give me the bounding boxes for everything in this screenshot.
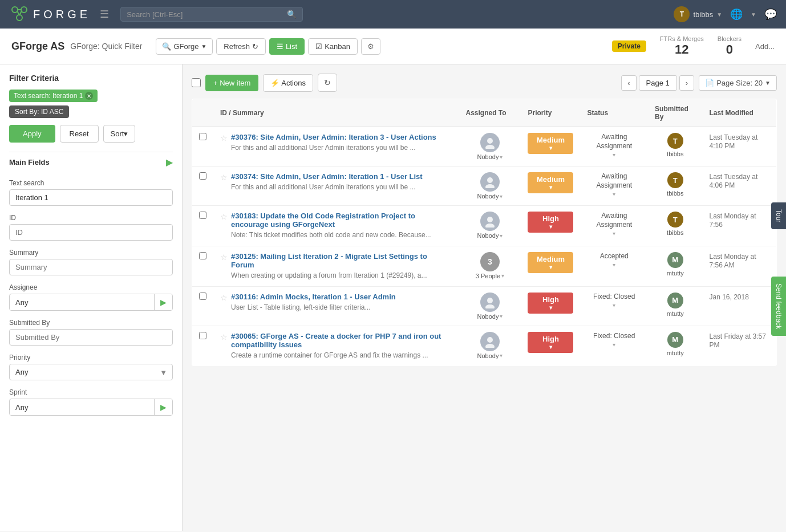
main-fields-section[interactable]: Main Fields ▶: [9, 152, 173, 172]
item-link[interactable]: #30125: Mailing List Iteration 2 - Migra…: [231, 252, 427, 269]
assignee-avatar: [480, 332, 500, 351]
last-modified-cell: Last Monday at 7:56: [703, 206, 777, 246]
priority-badge[interactable]: High ▾: [528, 212, 573, 233]
status-dropdown-icon[interactable]: ▾: [613, 342, 615, 348]
sort-tag[interactable]: Sort By: ID ASC: [9, 105, 69, 118]
sprint-expand-icon[interactable]: ▶: [154, 399, 172, 415]
row-checkbox[interactable]: [199, 212, 206, 219]
item-link[interactable]: #30116: Admin Mocks, Iteration 1 - User …: [231, 293, 396, 301]
item-link[interactable]: #30376: Site Admin, User Admin: Iteratio…: [231, 133, 436, 141]
priority-badge[interactable]: Medium ▾: [528, 172, 573, 193]
search-input[interactable]: [127, 10, 283, 19]
star-icon[interactable]: ☆: [220, 332, 228, 342]
status-cell: Accepted ▾: [580, 246, 648, 286]
star-icon[interactable]: ☆: [220, 212, 228, 221]
star-icon[interactable]: ☆: [220, 253, 228, 262]
send-feedback-button[interactable]: Send feedback: [771, 277, 786, 336]
priority-select[interactable]: Any Low Medium High: [9, 364, 173, 380]
star-icon[interactable]: ☆: [220, 293, 228, 302]
sprint-select[interactable]: Any: [10, 400, 154, 415]
modified-text: Last Friday at 3:57 PM: [710, 332, 766, 349]
sync-button[interactable]: ↻: [318, 74, 337, 92]
gforge-btn-chevron: ▼: [201, 43, 206, 50]
user-menu[interactable]: T tbibbs ▼: [674, 6, 722, 22]
next-page-button[interactable]: ›: [679, 75, 694, 91]
priority-badge[interactable]: Medium ▾: [528, 133, 573, 154]
assignee-dropdown-icon[interactable]: ▾: [500, 313, 503, 319]
priority-badge[interactable]: High ▾: [528, 293, 573, 314]
status-dropdown-icon[interactable]: ▾: [613, 262, 615, 268]
add-dropdown[interactable]: Add...: [755, 42, 775, 51]
priority-dropdown-icon: ▾: [549, 304, 552, 311]
list-view-button[interactable]: ☰ List: [269, 38, 305, 55]
star-icon[interactable]: ☆: [220, 133, 228, 143]
page-size-button[interactable]: 📄 Page Size: 20 ▼: [699, 75, 777, 91]
assignee-cell: Nobody ▾: [466, 172, 514, 200]
ftrs-count: 12: [675, 42, 688, 57]
refresh-button[interactable]: Refresh ↻: [216, 38, 266, 55]
id-summary-cell: ☆ #30183: Update the Old Code Registrati…: [213, 206, 459, 246]
prev-page-button[interactable]: ‹: [621, 75, 636, 91]
status-dropdown-icon[interactable]: ▾: [613, 191, 615, 197]
remove-filter-tag-icon[interactable]: ✕: [85, 92, 93, 100]
chat-icon[interactable]: 💬: [764, 8, 777, 21]
id-input[interactable]: [9, 224, 173, 241]
status-dropdown-icon[interactable]: ▾: [613, 230, 615, 237]
row-checkbox[interactable]: [199, 172, 206, 180]
row-checkbox[interactable]: [199, 293, 206, 300]
row-checkbox[interactable]: [199, 252, 206, 259]
logo-text: FORGE: [33, 8, 91, 21]
assignee-select[interactable]: Any: [10, 295, 154, 310]
submitted-name: mtutty: [667, 350, 684, 356]
priority-cell: Medium ▾: [521, 166, 580, 206]
gforge-filter-button[interactable]: 🔍 GForge ▼: [156, 38, 213, 55]
status-text: Awaiting Assignment: [587, 172, 641, 190]
submitted-cell: T tbibbs: [648, 206, 702, 246]
reset-button[interactable]: Reset: [60, 125, 99, 143]
assignee-dropdown-icon[interactable]: ▾: [500, 352, 503, 359]
priority-cell: High ▾: [521, 286, 580, 326]
language-globe-icon[interactable]: 🌐: [730, 8, 743, 21]
hamburger-menu-icon[interactable]: ☰: [100, 8, 109, 21]
extra-options-button[interactable]: ⚙: [361, 38, 380, 55]
tour-button[interactable]: Tour: [771, 202, 786, 229]
logo[interactable]: FORGE: [9, 4, 91, 25]
assignee-expand-icon[interactable]: ▶: [154, 294, 172, 310]
star-icon[interactable]: ☆: [220, 173, 228, 182]
assignee-dropdown-icon[interactable]: ▾: [501, 273, 504, 279]
priority-badge[interactable]: High ▾: [528, 332, 573, 353]
assignee-dropdown-icon[interactable]: ▾: [500, 233, 503, 239]
item-link[interactable]: #30065: GForge AS - Create a docker for …: [231, 332, 441, 349]
item-link[interactable]: #30183: Update the Old Code Registration…: [231, 212, 415, 229]
item-description: Create a runtime container for GForge AS…: [231, 351, 452, 360]
section-expand-icon: ▶: [166, 157, 173, 168]
assignee-dropdown-icon[interactable]: ▾: [500, 193, 503, 200]
status-dropdown-icon[interactable]: ▾: [613, 152, 615, 158]
id-summary-cell: ☆ #30125: Mailing List Iteration 2 - Mig…: [213, 246, 459, 286]
new-item-button[interactable]: + New item: [205, 75, 258, 91]
sort-tag-text: Sort By: ID ASC: [15, 108, 63, 116]
items-table: ID / Summary Assigned To Priority Status…: [192, 99, 777, 366]
assignee-name: Nobody ▾: [477, 352, 503, 359]
search-bar[interactable]: 🔍: [120, 7, 303, 22]
assigned-cell: 3 3 People ▾: [459, 246, 521, 286]
select-all-checkbox[interactable]: [192, 78, 201, 87]
actions-button[interactable]: ⚡ Actions: [263, 74, 313, 92]
apply-button[interactable]: Apply: [9, 125, 55, 143]
submitted-cell: M mtutty: [648, 246, 702, 286]
sort-button[interactable]: Sort▾: [103, 125, 136, 143]
text-search-input[interactable]: [9, 189, 173, 206]
row-checkbox[interactable]: [199, 133, 206, 140]
assignee-dropdown-icon[interactable]: ▾: [500, 154, 503, 160]
avatar: T: [674, 6, 690, 22]
table-row: ☆ #30376: Site Admin, User Admin: Iterat…: [192, 127, 777, 166]
kanban-view-button[interactable]: ☑ Kanban: [308, 38, 358, 55]
priority-badge[interactable]: Medium ▾: [528, 252, 573, 273]
item-link[interactable]: #30374: Site Admin, User Admin: Iteratio…: [231, 172, 423, 181]
text-search-filter-tag[interactable]: Text search: Iteration 1 ✕: [9, 90, 98, 102]
submitted-by-input[interactable]: [9, 329, 173, 346]
submitted-avatar: M: [667, 252, 683, 268]
summary-input[interactable]: [9, 259, 173, 275]
status-dropdown-icon[interactable]: ▾: [613, 302, 615, 308]
row-checkbox[interactable]: [199, 332, 206, 339]
